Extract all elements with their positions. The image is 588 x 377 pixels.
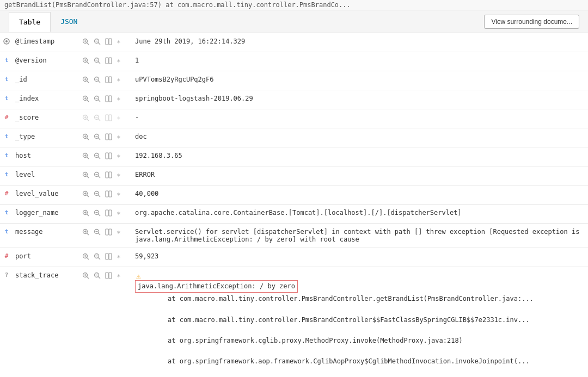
star-icon[interactable]: * (115, 272, 122, 281)
filter-for-icon[interactable] (81, 152, 91, 162)
filter-out-icon[interactable] (92, 209, 102, 219)
toggle-column-icon[interactable] (103, 271, 114, 281)
svg-line-93 (87, 233, 89, 236)
filter-for-icon[interactable] (81, 271, 91, 281)
field-type: t (0, 166, 13, 182)
star-icon[interactable]: * (115, 190, 122, 200)
field-value: doc (133, 128, 588, 145)
star-icon[interactable]: * (115, 95, 122, 104)
star-icon[interactable]: * (115, 76, 122, 85)
svg-rect-36 (106, 96, 108, 102)
field-type: t (0, 90, 13, 106)
toggle-column-icon[interactable] (103, 57, 114, 66)
stack-trace-line: at org.springframework.aop.framework.Cgl… (135, 356, 586, 367)
field-type: t (0, 205, 13, 220)
filter-out-icon[interactable] (92, 95, 102, 104)
field-name: level_value (13, 186, 78, 202)
field-name: @timestamp (13, 33, 78, 50)
filter-out-icon[interactable] (92, 76, 102, 85)
field-value: org.apache.catalina.core.ContainerBase.[… (133, 205, 588, 221)
toggle-column-icon[interactable] (103, 171, 114, 181)
field-name: @version (13, 52, 78, 69)
svg-rect-55 (109, 134, 112, 140)
toggle-column-icon[interactable] (103, 228, 114, 238)
star-icon[interactable]: * (115, 228, 122, 238)
filter-for-icon[interactable] (81, 76, 91, 85)
svg-line-25 (99, 81, 101, 83)
field-name: _index (13, 90, 78, 107)
svg-rect-90 (106, 210, 108, 216)
svg-rect-45 (106, 115, 108, 121)
field-value: ERROR (133, 166, 588, 183)
field-name: _score (13, 109, 78, 126)
svg-rect-9 (106, 39, 108, 45)
toggle-column-icon[interactable] (103, 133, 114, 143)
svg-line-106 (99, 258, 101, 260)
star-icon[interactable]: * (115, 209, 122, 219)
field-actions: * (78, 128, 133, 147)
filter-out-icon[interactable] (92, 271, 102, 281)
filter-for-icon[interactable] (81, 171, 91, 181)
table-row: @timestamp*June 29th 2019, 16:22:14.329 (0, 33, 588, 52)
svg-rect-108 (106, 254, 108, 259)
field-name: host (13, 147, 78, 164)
svg-rect-109 (109, 254, 112, 259)
view-surrounding-button[interactable]: View surrounding docume... (484, 15, 579, 29)
tab-json[interactable]: JSON (51, 12, 87, 32)
svg-line-66 (87, 176, 89, 178)
table-row: t_id*uPVTomsB2yRgcUPq2gF6 (0, 71, 588, 90)
star-icon[interactable]: * (115, 38, 122, 47)
filter-for-icon[interactable] (81, 57, 91, 66)
filter-for-icon[interactable] (81, 38, 91, 47)
filter-out-icon[interactable] (92, 57, 102, 66)
toggle-column-icon[interactable] (103, 95, 114, 104)
filter-out-icon[interactable] (92, 171, 102, 181)
table-row: t_index*springboot-logstash-2019.06.29 (0, 90, 588, 109)
field-value: 40,000 (133, 186, 588, 202)
svg-rect-27 (106, 77, 108, 83)
toggle-column-icon[interactable] (103, 209, 114, 219)
svg-rect-10 (109, 39, 112, 45)
field-value: - (133, 109, 588, 126)
star-icon[interactable]: * (115, 152, 122, 162)
star-icon[interactable]: * (115, 171, 122, 181)
tab-table[interactable]: Table (9, 12, 51, 32)
filter-for-icon[interactable] (81, 228, 91, 238)
filter-for-icon[interactable] (81, 252, 91, 262)
svg-line-52 (99, 138, 101, 140)
field-name: stack_trace (13, 267, 78, 283)
field-value: ⚠java.lang.ArithmeticException: / by zer… (133, 267, 588, 377)
field-actions: * (78, 71, 133, 90)
svg-line-97 (99, 233, 101, 236)
field-type: # (0, 186, 13, 201)
svg-rect-118 (109, 273, 112, 279)
toggle-column-icon[interactable] (103, 190, 114, 200)
svg-rect-18 (106, 58, 108, 64)
field-name: level (13, 166, 78, 183)
svg-rect-37 (109, 96, 112, 102)
svg-rect-81 (106, 191, 108, 197)
filter-out-icon[interactable] (92, 228, 102, 238)
toggle-column-icon[interactable] (103, 252, 114, 262)
table-container: @timestamp*June 29th 2019, 16:22:14.329t… (0, 33, 588, 377)
filter-for-icon[interactable] (81, 209, 91, 219)
table-row: thost*192.168.3.65 (0, 147, 588, 166)
star-icon[interactable]: * (115, 253, 122, 262)
filter-for-icon[interactable] (81, 133, 91, 143)
field-type: # (0, 248, 13, 264)
filter-out-icon[interactable] (92, 252, 102, 262)
filter-for-icon[interactable] (81, 95, 91, 104)
filter-out-icon[interactable] (92, 152, 102, 162)
svg-rect-73 (109, 172, 112, 178)
filter-out-icon[interactable] (92, 190, 102, 200)
toggle-column-icon[interactable] (103, 76, 114, 85)
table-row: tlevel*ERROR (0, 166, 588, 186)
toggle-column-icon[interactable] (103, 38, 114, 47)
filter-out-icon[interactable] (92, 133, 102, 143)
toggle-column-icon[interactable] (103, 152, 114, 162)
star-icon[interactable]: * (115, 57, 122, 66)
filter-out-icon[interactable] (92, 38, 102, 47)
star-icon[interactable]: * (115, 133, 122, 143)
filter-for-icon[interactable] (81, 190, 91, 200)
field-actions: * (78, 205, 133, 223)
